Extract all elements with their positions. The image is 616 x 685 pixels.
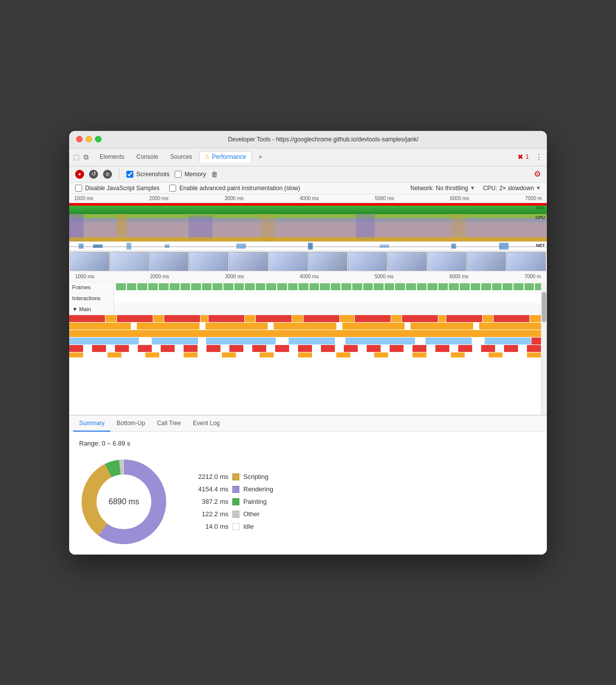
frame-block xyxy=(181,283,191,290)
painting-color xyxy=(232,498,239,505)
memory-checkbox[interactable] xyxy=(175,171,182,178)
idle-ms: 14.0 ms xyxy=(189,523,228,530)
tab-performance[interactable]: ⚠ Performance xyxy=(199,151,252,163)
screenshot-5 xyxy=(229,252,268,271)
disable-js-group: Disable JavaScript Samples xyxy=(75,185,159,192)
svg-rect-9 xyxy=(69,237,547,241)
frame-block xyxy=(137,283,147,290)
screenshot-11 xyxy=(467,252,507,271)
tab-call-tree[interactable]: Call Tree xyxy=(151,416,187,432)
devtools-menu[interactable]: ⋮ xyxy=(535,152,543,162)
timeline-overview[interactable]: 1000 ms 2000 ms 3000 ms 4000 ms 5000 ms … xyxy=(69,194,547,271)
maximize-button[interactable] xyxy=(95,136,102,142)
tab-sources[interactable]: Sources xyxy=(165,151,197,162)
tab-more[interactable]: » xyxy=(254,151,267,162)
frame-block xyxy=(320,283,330,290)
minimize-button[interactable] xyxy=(86,136,92,142)
frame-block xyxy=(352,283,362,290)
cpu-label: CPU xyxy=(535,215,545,220)
frame-block xyxy=(449,283,459,290)
network-value: No throttling xyxy=(436,185,468,192)
frame-block xyxy=(148,283,158,290)
legend-painting: 387.2 ms Painting xyxy=(189,498,273,505)
frame-block xyxy=(299,283,308,290)
screenshot-8 xyxy=(348,252,387,271)
frame-block xyxy=(460,283,470,290)
svg-rect-13 xyxy=(126,242,131,249)
frame-block xyxy=(127,283,137,290)
divider-1 xyxy=(119,169,119,179)
tab-console-label: Console xyxy=(136,153,158,160)
screenshots-strip xyxy=(69,250,547,271)
tab-event-log[interactable]: Event Log xyxy=(187,416,226,432)
interactions-content[interactable] xyxy=(114,293,547,303)
traffic-lights xyxy=(76,136,102,142)
error-badge[interactable]: ✖ 1 xyxy=(517,153,529,161)
frame-block xyxy=(503,283,513,290)
frames-content[interactable] xyxy=(114,282,547,293)
close-button[interactable] xyxy=(76,136,83,142)
gear-icon[interactable]: ⚙ xyxy=(534,169,541,179)
frame-block xyxy=(438,283,448,290)
tab-console[interactable]: Console xyxy=(131,151,163,162)
main-mark-1: 1000 ms xyxy=(75,274,94,279)
painting-ms: 387.2 ms xyxy=(189,498,228,505)
frame-block xyxy=(159,283,169,290)
legend-rendering: 4154.4 ms Rendering xyxy=(189,485,273,493)
frame-block xyxy=(170,283,180,290)
devtools-window: Developer Tools - https://googlechrome.g… xyxy=(69,131,547,555)
settings-right: Network: No throttling ▼ CPU: 2× slowdow… xyxy=(411,185,541,192)
flame-row-3 xyxy=(69,330,541,337)
scripting-color xyxy=(232,473,239,480)
donut-center-label: 6890 ms xyxy=(108,497,139,506)
cpu-dropdown[interactable]: CPU: 2× slowdown ▼ xyxy=(483,185,541,192)
frames-label: Frames xyxy=(69,282,114,293)
net-label: NET xyxy=(536,243,545,248)
tab-elements[interactable]: Elements xyxy=(95,151,129,162)
scrollbar-track xyxy=(541,282,547,415)
flame-row-1 xyxy=(69,315,541,322)
scripting-name: Scripting xyxy=(243,473,269,480)
ruler-marks-main: 1000 ms 2000 ms 3000 ms 4000 ms 5000 ms … xyxy=(73,274,543,279)
main-mark-6: 6000 ms xyxy=(449,274,468,279)
tab-summary[interactable]: Summary xyxy=(73,416,110,432)
frame-block xyxy=(427,283,437,290)
frames-track: Frames xyxy=(69,282,547,293)
record-button[interactable]: ● xyxy=(75,170,84,179)
svg-rect-2 xyxy=(69,218,547,237)
frame-block xyxy=(288,283,298,290)
interactions-track: Interactions xyxy=(69,293,547,304)
enable-paint-checkbox[interactable] xyxy=(169,185,176,192)
frame-block xyxy=(524,283,534,290)
tab-bottom-up[interactable]: Bottom-Up xyxy=(110,416,151,432)
screenshot-3 xyxy=(150,252,189,271)
frame-block xyxy=(395,283,405,290)
error-icon: ✖ xyxy=(517,153,523,161)
settings-bar: Disable JavaScript Samples Enable advanc… xyxy=(69,183,547,194)
network-dropdown[interactable]: Network: No throttling ▼ xyxy=(411,185,475,192)
frame-block xyxy=(363,283,373,290)
scrollbar-thumb[interactable] xyxy=(542,292,546,322)
fps-row: FPS xyxy=(69,203,547,214)
flame-chart[interactable] xyxy=(69,315,541,415)
flame-row-2 xyxy=(69,323,541,330)
device-icon[interactable]: ⧉ xyxy=(84,153,89,161)
svg-rect-16 xyxy=(308,242,313,249)
frame-block xyxy=(406,283,416,290)
memory-label: Memory xyxy=(185,171,206,178)
screenshots-group: Screenshots xyxy=(126,171,170,178)
flame-row-5 xyxy=(69,345,541,352)
svg-rect-17 xyxy=(380,244,389,248)
frame-block xyxy=(309,283,319,290)
disable-js-checkbox[interactable] xyxy=(75,185,82,192)
main-header-content[interactable] xyxy=(114,304,547,314)
cursor-icon[interactable]: ⬚ xyxy=(73,153,80,161)
screenshots-checkbox[interactable] xyxy=(126,171,133,178)
flame-row-6 xyxy=(69,352,541,357)
svg-rect-15 xyxy=(236,243,246,248)
interactions-label: Interactions xyxy=(69,293,114,304)
clear-button[interactable]: ⊘ xyxy=(103,170,112,179)
trash-icon[interactable]: 🗑 xyxy=(211,170,218,178)
rendering-color xyxy=(232,486,239,493)
reload-button[interactable]: ↺ xyxy=(89,170,98,179)
